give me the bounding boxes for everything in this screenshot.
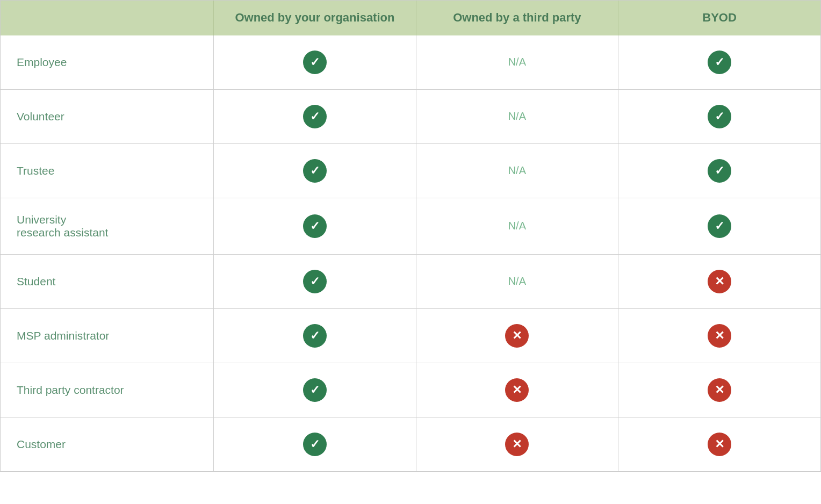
cell-byod: ✕ — [618, 308, 820, 363]
table-row: Universityresearch assistant ✓ N/A ✓ — [1, 198, 820, 254]
na-text: N/A — [508, 220, 526, 232]
cell-owned-by-org: ✓ — [214, 363, 416, 417]
table-row: Employee ✓ N/A ✓ — [1, 35, 820, 90]
cross-icon: ✕ — [505, 324, 529, 348]
check-icon: ✓ — [303, 324, 327, 348]
check-icon: ✓ — [708, 105, 731, 128]
cross-icon: ✕ — [708, 270, 731, 293]
cell-owned-by-third: N/A — [416, 143, 618, 198]
table-row: Third party contractor ✓ ✕ ✕ — [1, 363, 820, 417]
comparison-table-wrapper: Owned by your organisation Owned by a th… — [0, 0, 821, 472]
cell-owned-by-org: ✓ — [214, 89, 416, 143]
na-text: N/A — [508, 164, 526, 176]
row-label: Trustee — [1, 143, 214, 198]
header-owned-by-third: Owned by a third party — [416, 1, 618, 35]
cell-byod: ✓ — [618, 35, 820, 90]
row-label: Student — [1, 254, 214, 308]
table-row: Trustee ✓ N/A ✓ — [1, 143, 820, 198]
check-icon: ✓ — [303, 159, 327, 183]
table-row: Customer ✓ ✕ ✕ — [1, 417, 820, 471]
cell-byod: ✓ — [618, 89, 820, 143]
cell-byod: ✕ — [618, 417, 820, 471]
cell-owned-by-third: ✕ — [416, 417, 618, 471]
row-label: Employee — [1, 35, 214, 90]
row-label: Volunteer — [1, 89, 214, 143]
check-icon: ✓ — [303, 214, 327, 238]
na-text: N/A — [508, 110, 526, 122]
header-owned-by-org: Owned by your organisation — [214, 1, 416, 35]
cross-icon: ✕ — [708, 324, 731, 348]
check-icon: ✓ — [708, 51, 731, 74]
cell-owned-by-third: N/A — [416, 254, 618, 308]
cross-icon: ✕ — [708, 433, 731, 456]
check-icon: ✓ — [303, 378, 327, 402]
cell-owned-by-org: ✓ — [214, 198, 416, 254]
cell-owned-by-org: ✓ — [214, 308, 416, 363]
check-icon: ✓ — [303, 270, 327, 293]
check-icon: ✓ — [708, 159, 731, 183]
na-text: N/A — [508, 275, 526, 287]
cell-owned-by-org: ✓ — [214, 143, 416, 198]
row-label: Customer — [1, 417, 214, 471]
header-label-col — [1, 1, 214, 35]
cell-owned-by-third: ✕ — [416, 363, 618, 417]
row-label: Universityresearch assistant — [1, 198, 214, 254]
cross-icon: ✕ — [708, 378, 731, 402]
check-icon: ✓ — [708, 214, 731, 238]
table-header-row: Owned by your organisation Owned by a th… — [1, 1, 820, 35]
cell-owned-by-third: N/A — [416, 198, 618, 254]
row-label: Third party contractor — [1, 363, 214, 417]
cross-icon: ✕ — [505, 433, 529, 456]
cell-owned-by-org: ✓ — [214, 254, 416, 308]
table-row: MSP administrator ✓ ✕ ✕ — [1, 308, 820, 363]
check-icon: ✓ — [303, 105, 327, 128]
cell-owned-by-third: N/A — [416, 89, 618, 143]
cell-owned-by-third: N/A — [416, 35, 618, 90]
cross-icon: ✕ — [505, 378, 529, 402]
table-row: Student ✓ N/A ✕ — [1, 254, 820, 308]
na-text: N/A — [508, 56, 526, 68]
check-icon: ✓ — [303, 51, 327, 74]
cell-byod: ✕ — [618, 254, 820, 308]
table-row: Volunteer ✓ N/A ✓ — [1, 89, 820, 143]
cell-owned-by-org: ✓ — [214, 417, 416, 471]
cell-byod: ✕ — [618, 363, 820, 417]
header-byod: BYOD — [618, 1, 820, 35]
check-icon: ✓ — [303, 433, 327, 456]
row-label: MSP administrator — [1, 308, 214, 363]
cell-byod: ✓ — [618, 143, 820, 198]
comparison-table: Owned by your organisation Owned by a th… — [1, 1, 820, 471]
cell-owned-by-third: ✕ — [416, 308, 618, 363]
cell-byod: ✓ — [618, 198, 820, 254]
cell-owned-by-org: ✓ — [214, 35, 416, 90]
